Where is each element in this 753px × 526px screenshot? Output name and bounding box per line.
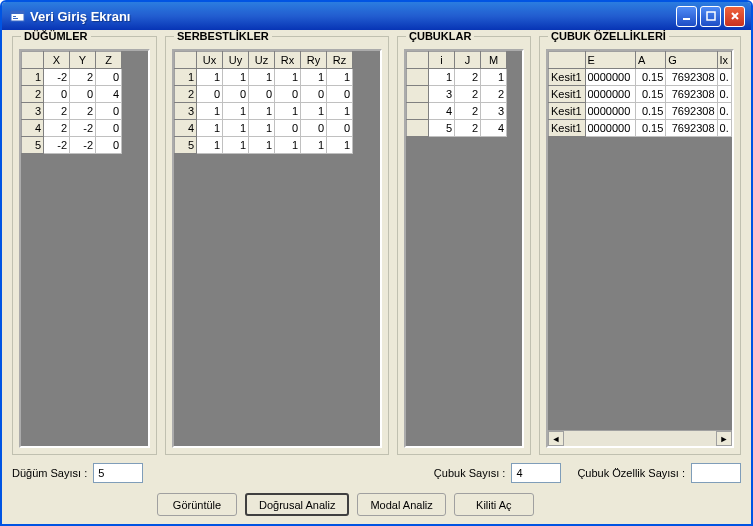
table-row: 1-220 [22, 69, 122, 86]
table-row: 423 [407, 103, 507, 120]
cubuk-sayisi-label: Çubuk Sayısı : [434, 467, 506, 479]
app-window: Veri Giriş Ekranı DÜĞÜMLER [0, 0, 753, 526]
table-row: Kesit100000000.1576923080. [549, 103, 732, 120]
group-serbestlikler: SERBESTLİKLER Ux Uy Uz Rx Ry Rz 1111111 [165, 36, 389, 455]
svg-rect-5 [707, 12, 715, 20]
table-row: 322 [407, 86, 507, 103]
table-row: 2004 [22, 86, 122, 103]
window-title: Veri Giriş Ekranı [30, 9, 676, 24]
table-row: 5111111 [175, 137, 353, 154]
table-row: 3220 [22, 103, 122, 120]
cubuk-sayisi-input[interactable] [511, 463, 561, 483]
table-row: 42-20 [22, 120, 122, 137]
cubuk-ozellik-sayisi-label: Çubuk Özellik Sayısı : [577, 467, 685, 479]
group-title-cubuklar: ÇUBUKLAR [406, 30, 474, 42]
scroll-right-icon[interactable]: ► [716, 431, 732, 446]
grid-ozellikler[interactable]: E A G Ix Kesit100000000.1576923080. Kesi… [546, 49, 734, 448]
group-ozellikler: ÇUBUK ÖZELLİKLERİ E A G Ix Kesit10000000… [539, 36, 741, 455]
svg-rect-3 [13, 18, 18, 19]
dugum-sayisi-label: Düğüm Sayısı : [12, 467, 87, 479]
group-cubuklar: ÇUBUKLAR i J M 121 322 423 524 [397, 36, 531, 455]
group-title-dugumler: DÜĞÜMLER [21, 30, 91, 42]
table-row: 3111111 [175, 103, 353, 120]
table-row: Kesit100000000.1576923080. [549, 86, 732, 103]
titlebar: Veri Giriş Ekranı [2, 2, 751, 30]
svg-rect-2 [13, 16, 16, 17]
kiliti-ac-button[interactable]: Kiliti Aç [454, 493, 534, 516]
grid-dugumler[interactable]: X Y Z 1-220 2004 3220 42-20 5-2-20 [19, 49, 150, 448]
modal-analiz-button[interactable]: Modal Analiz [357, 493, 445, 516]
table-row: 4111000 [175, 120, 353, 137]
table-row: Kesit100000000.1576923080. [549, 120, 732, 137]
table-row: Kesit100000000.1576923080. [549, 69, 732, 86]
grid-serbestlikler[interactable]: Ux Uy Uz Rx Ry Rz 1111111 2000000 311111… [172, 49, 382, 448]
app-icon [10, 8, 26, 24]
group-title-ozellikler: ÇUBUK ÖZELLİKLERİ [548, 30, 669, 42]
group-title-serbestlikler: SERBESTLİKLER [174, 30, 272, 42]
goruntule-button[interactable]: Görüntüle [157, 493, 237, 516]
dugum-sayisi-input[interactable] [93, 463, 143, 483]
svg-rect-4 [683, 18, 690, 20]
table-row: 5-2-20 [22, 137, 122, 154]
cubuk-ozellik-sayisi-input[interactable] [691, 463, 741, 483]
svg-rect-1 [11, 11, 24, 14]
table-row: 524 [407, 120, 507, 137]
minimize-button[interactable] [676, 6, 697, 27]
table-row: 1111111 [175, 69, 353, 86]
scroll-left-icon[interactable]: ◄ [548, 431, 564, 446]
group-dugumler: DÜĞÜMLER X Y Z 1-220 2004 3220 42-20 [12, 36, 157, 455]
maximize-button[interactable] [700, 6, 721, 27]
table-row: 121 [407, 69, 507, 86]
horizontal-scrollbar[interactable]: ◄ ► [548, 430, 732, 446]
dogrusal-analiz-button[interactable]: Doğrusal Analiz [245, 493, 349, 516]
close-button[interactable] [724, 6, 745, 27]
table-row: 2000000 [175, 86, 353, 103]
grid-cubuklar[interactable]: i J M 121 322 423 524 [404, 49, 524, 448]
